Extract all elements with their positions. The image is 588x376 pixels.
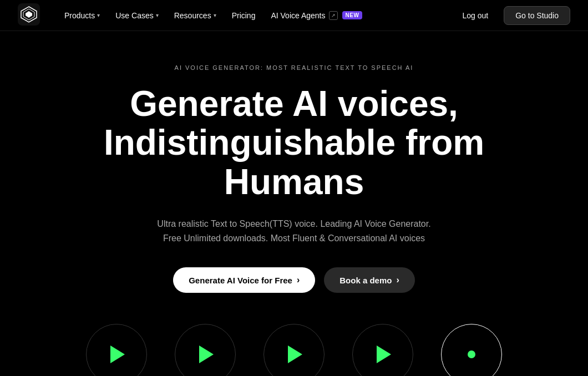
hero-section: AI VOICE GENERATOR: MOST REALISTIC TEXT … <box>0 31 588 376</box>
play-icon <box>377 345 391 363</box>
arrow-right-icon: › <box>297 275 300 285</box>
nav-links: Products ▾ Use Cases ▾ Resources ▾ Prici… <box>58 7 455 24</box>
hero-buttons: Generate AI Voice for Free › Book a demo… <box>22 267 566 293</box>
voice-cards: Voice Your Conversational AI Voice Your … <box>22 324 566 376</box>
nav-ai-voice-agents[interactable]: AI Voice Agents ↗ NEW <box>264 7 369 24</box>
voice-card-custom[interactable]: Create Custom AI Voices <box>427 324 516 376</box>
play-icon <box>288 345 302 363</box>
voice-circle-characters[interactable] <box>352 324 413 376</box>
nav-resources[interactable]: Resources ▾ <box>168 7 223 24</box>
chevron-down-icon: ▾ <box>214 12 216 18</box>
chevron-down-icon: ▾ <box>156 12 159 18</box>
stop-icon <box>468 350 475 358</box>
voice-circle-custom[interactable] <box>441 324 502 376</box>
logo[interactable] <box>18 3 58 28</box>
nav-pricing[interactable]: Pricing <box>225 7 262 24</box>
nav-right: Log out Go to Studio <box>455 6 570 25</box>
voice-card-characters[interactable]: Voice your Characters <box>338 324 427 376</box>
hero-subtitle: Ultra realistic Text to Speech(TTS) voic… <box>150 217 438 245</box>
voice-circle-videos[interactable] <box>175 324 236 376</box>
arrow-right-icon: › <box>396 275 399 285</box>
navbar: Products ▾ Use Cases ▾ Resources ▾ Prici… <box>0 0 588 31</box>
book-demo-button[interactable]: Book a demo › <box>324 267 415 293</box>
nav-use-cases[interactable]: Use Cases ▾ <box>109 7 165 24</box>
hero-eyebrow: AI VOICE GENERATOR: MOST REALISTIC TEXT … <box>22 64 566 71</box>
voice-circle-stories[interactable] <box>263 324 325 376</box>
nav-products[interactable]: Products ▾ <box>58 7 107 24</box>
chevron-down-icon: ▾ <box>97 12 100 18</box>
logout-button[interactable]: Log out <box>455 7 495 24</box>
voice-card-stories[interactable]: Narrate Your Stories <box>250 324 338 376</box>
hero-title: Generate AI voices, Indistinguishable fr… <box>83 84 505 201</box>
voice-card-videos[interactable]: Voice Your videos <box>161 324 250 376</box>
play-icon <box>110 345 125 363</box>
generate-ai-voice-button[interactable]: Generate AI Voice for Free › <box>173 267 315 293</box>
voice-card-conversational[interactable]: Voice Your Conversational AI <box>72 324 161 376</box>
play-icon <box>199 345 214 363</box>
external-link-icon: ↗ <box>329 11 338 20</box>
voice-circle-conversational[interactable] <box>86 324 147 376</box>
go-to-studio-button[interactable]: Go to Studio <box>504 6 570 25</box>
